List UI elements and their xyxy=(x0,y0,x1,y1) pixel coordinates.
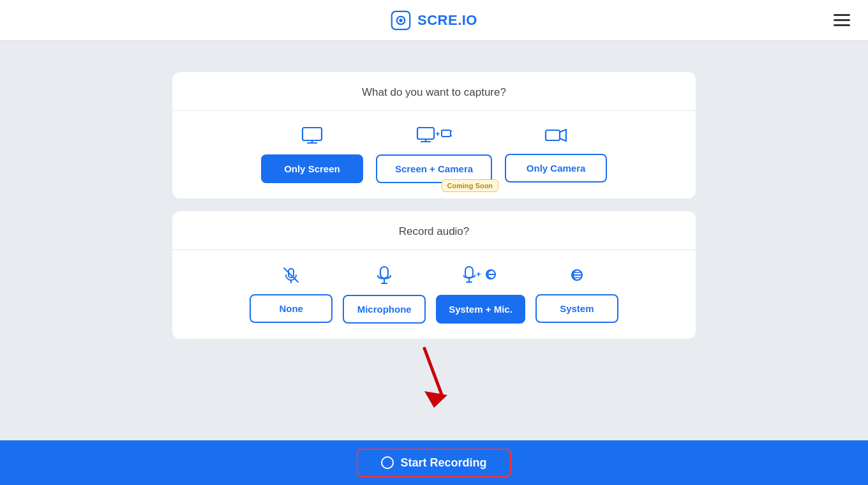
capture-options: Only Screen + Screen + Camera Co xyxy=(172,111,696,198)
logo-text: SCRE.IO xyxy=(417,12,477,29)
arrow-annotation xyxy=(412,352,456,409)
svg-rect-17 xyxy=(465,267,473,278)
main-content: What do you want to capture? Only Screen xyxy=(0,41,868,485)
capture-card-title: What do you want to capture? xyxy=(172,72,696,111)
system-mic-icon: + xyxy=(463,265,498,287)
hamburger-line xyxy=(834,14,850,16)
screen-plus-camera-icon: + xyxy=(416,126,452,147)
header: SCRE.IO xyxy=(0,0,868,41)
audio-card-title: Record audio? xyxy=(172,211,696,250)
audio-options: None Microphone xyxy=(172,250,696,339)
start-recording-label: Start Recording xyxy=(400,456,486,470)
monitor-icon xyxy=(301,126,323,147)
capture-card: What do you want to capture? Only Screen xyxy=(172,72,696,198)
svg-marker-28 xyxy=(424,391,447,408)
capture-option-only-camera: Only Camera xyxy=(505,127,607,183)
system-button[interactable]: System xyxy=(535,294,618,323)
audio-option-microphone: Microphone xyxy=(343,265,426,324)
only-screen-button[interactable]: Only Screen xyxy=(261,154,363,183)
record-circle-icon xyxy=(381,456,394,469)
svg-line-27 xyxy=(424,348,442,396)
microphone-button[interactable]: Microphone xyxy=(343,295,426,324)
logo: SCRE.IO xyxy=(391,10,477,31)
audio-option-system: System xyxy=(535,266,618,323)
svg-point-2 xyxy=(399,19,402,22)
svg-rect-6 xyxy=(417,128,434,139)
audio-card: Record audio? None xyxy=(172,211,696,339)
menu-button[interactable] xyxy=(831,11,853,29)
hamburger-line xyxy=(834,19,850,21)
start-recording-button[interactable]: Start Recording xyxy=(357,449,511,477)
red-arrow-icon xyxy=(412,345,456,409)
coming-soon-badge: Coming Soon xyxy=(442,179,499,192)
mic-icon xyxy=(376,265,393,287)
capture-option-only-screen: Only Screen xyxy=(261,126,363,183)
none-audio-button[interactable]: None xyxy=(250,294,333,323)
mute-icon xyxy=(282,266,300,287)
svg-rect-14 xyxy=(380,267,388,278)
svg-rect-10 xyxy=(442,130,451,137)
svg-text:+: + xyxy=(435,129,440,138)
bottom-bar: Start Recording xyxy=(0,440,868,485)
svg-rect-3 xyxy=(303,128,322,140)
audio-option-system-mic: + System + Mic. xyxy=(436,265,525,324)
hamburger-line xyxy=(834,24,850,26)
logo-icon xyxy=(391,10,411,31)
capture-option-screen-camera: + Screen + Camera Coming Soon xyxy=(376,126,492,183)
svg-rect-11 xyxy=(546,130,560,140)
system-icon xyxy=(567,266,587,287)
only-camera-button[interactable]: Only Camera xyxy=(505,154,607,183)
audio-option-none: None xyxy=(250,266,333,323)
system-mic-button[interactable]: System + Mic. xyxy=(436,295,525,324)
svg-text:+: + xyxy=(476,269,481,279)
camera-icon xyxy=(544,127,567,146)
